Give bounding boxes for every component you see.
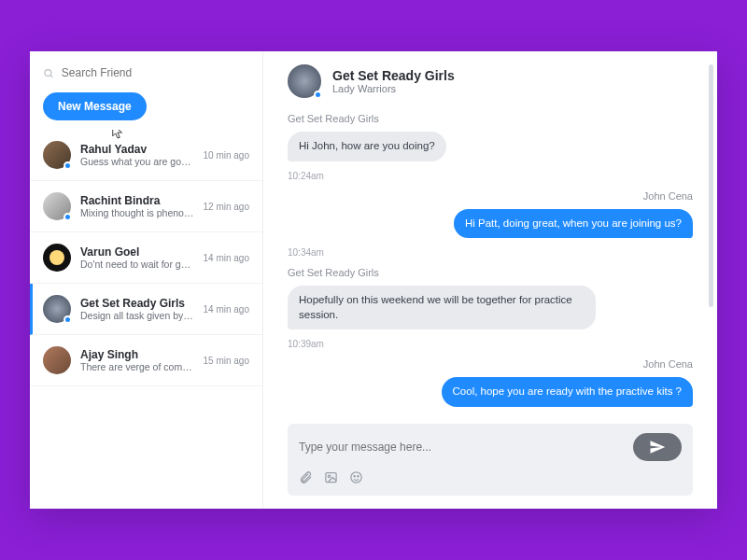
message-sender: John Cena [288,190,693,202]
online-dot [63,161,72,170]
chat-title: Get Set Ready Girls [332,68,455,83]
app-window: New Message Rahul Yadav Guess what you a… [30,51,717,509]
new-message-button[interactable]: New Message [43,92,147,120]
conversation-list: Rahul Yadav Guess what you are gonna get… [30,130,262,509]
online-dot [63,315,72,324]
conversation-item[interactable]: Rachint Bindra Mixing thought is phenome… [30,181,262,232]
conversation-preview: Design all task given by Ashwini on... [80,310,194,321]
send-icon [649,439,666,455]
conversation-time: 12 min ago [204,202,249,212]
message-bubble-outgoing: Hi Patt, doing great, when you are joini… [454,209,693,239]
search-input[interactable] [62,66,249,79]
send-button[interactable] [633,433,682,461]
avatar [43,244,71,272]
conversation-preview: Guess what you are gonna get with... [80,156,194,167]
conversation-time: 10 min ago [204,150,249,161]
avatar [43,192,71,220]
conversation-time: 14 min ago [204,304,249,315]
chat-header: Get Set Ready Girls Lady Warriors [288,64,693,111]
svg-rect-2 [326,473,336,483]
chat-scrollbar[interactable] [709,64,713,307]
search-field[interactable] [30,51,262,89]
search-icon [43,67,54,79]
sidebar: New Message Rahul Yadav Guess what you a… [30,51,263,509]
emoji-icon[interactable] [349,470,363,488]
chat-subtitle: Lady Warriors [332,83,455,94]
svg-point-0 [45,69,51,76]
avatar [43,295,71,323]
svg-point-6 [358,476,359,477]
conversation-preview: Mixing thought is phenomenal dis-... [80,207,194,218]
chat-panel: Get Set Ready Girls Lady Warriors Get Se… [263,51,717,509]
avatar [43,141,71,169]
chat-avatar [288,64,321,98]
conversation-time: 14 min ago [204,253,249,263]
message-thread: Get Set Ready Girls Hi John, how are you… [288,111,693,414]
message-sender: Get Set Ready Girls [288,113,693,124]
conversation-item[interactable]: Rahul Yadav Guess what you are gonna get… [30,130,262,181]
svg-line-1 [50,75,52,77]
message-time: 10:24am [288,171,693,181]
avatar [43,346,71,374]
svg-point-3 [328,475,331,478]
conversation-name: Ajay Singh [80,348,194,361]
message-bubble-outgoing: Cool, hope you are ready with the practi… [442,377,693,407]
svg-point-5 [354,476,355,477]
conversation-item[interactable]: Varun Goel Do'nt need to wait for good t… [30,232,262,284]
conversation-time: 15 min ago [204,356,249,366]
message-bubble-incoming: Hopefully on this weekend we will be tog… [288,286,596,329]
message-time: 10:34am [288,247,693,258]
message-sender: John Cena [288,358,693,370]
online-dot [63,213,72,221]
conversation-name: Rahul Yadav [80,143,194,156]
conversation-name: Get Set Ready Girls [80,297,194,310]
online-dot [314,91,322,99]
conversation-name: Varun Goel [80,245,194,259]
conversation-item-active[interactable]: Get Set Ready Girls Design all task give… [30,284,262,335]
image-icon[interactable] [324,470,338,488]
message-time: 10:39am [288,339,693,349]
message-composer [288,424,693,496]
conversation-preview: There are verge of complexity in m... [80,361,194,372]
attach-icon[interactable] [299,470,313,488]
conversation-item[interactable]: Ajay Singh There are verge of complexity… [30,335,262,386]
message-sender: Get Set Ready Girls [288,267,693,278]
composer-input[interactable] [299,441,605,454]
message-bubble-incoming: Hi John, how are you doing? [288,132,446,161]
svg-point-4 [351,472,361,483]
conversation-preview: Do'nt need to wait for good things t... [80,259,194,270]
conversation-name: Rachint Bindra [80,194,194,207]
